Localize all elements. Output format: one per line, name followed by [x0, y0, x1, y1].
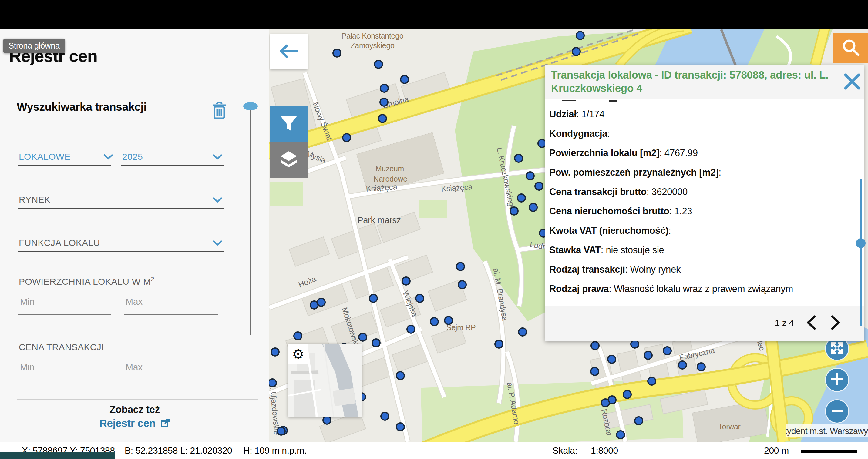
- panel-title: Transakcja lokalowa - ID transakcji: 578…: [551, 68, 833, 95]
- transaction-marker[interactable]: [374, 60, 383, 69]
- select-function[interactable]: FUNKCJA LOKALU: [19, 238, 100, 248]
- transaction-marker[interactable]: [406, 325, 415, 334]
- transaction-marker[interactable]: [529, 203, 538, 212]
- see-also-label: Zobacz też: [0, 404, 269, 415]
- transaction-marker[interactable]: [514, 154, 523, 163]
- transaction-marker[interactable]: [430, 317, 439, 326]
- select-year[interactable]: 2025: [122, 152, 143, 162]
- transaction-marker[interactable]: [517, 193, 526, 202]
- search-form-title: Wyszukiwarka transakcji: [17, 101, 147, 113]
- filter-button[interactable]: [270, 106, 308, 142]
- transaction-marker[interactable]: [509, 206, 519, 216]
- chevron-down-icon[interactable]: [212, 196, 223, 203]
- chevron-down-icon[interactable]: [212, 239, 223, 247]
- transaction-details-panel: Transakcja lokalowa - ID transakcji: 578…: [545, 65, 864, 341]
- layers-button[interactable]: [270, 142, 308, 178]
- transaction-marker[interactable]: [696, 362, 706, 371]
- panel-field-row: Rodzaj transakcji: Wolny rynek: [549, 264, 681, 275]
- panel-scrollbar-track[interactable]: [860, 179, 862, 326]
- map-label: Narodowe: [373, 175, 407, 184]
- transaction-marker[interactable]: [372, 338, 381, 348]
- transaction-marker[interactable]: [590, 341, 599, 350]
- transaction-marker[interactable]: [277, 427, 286, 436]
- transaction-marker[interactable]: [271, 348, 280, 357]
- transaction-marker[interactable]: [380, 412, 390, 421]
- transaction-marker[interactable]: [317, 298, 326, 307]
- transaction-marker[interactable]: [590, 367, 599, 376]
- transaction-marker[interactable]: [444, 316, 453, 325]
- sidebar-scrollbar-track[interactable]: [250, 106, 251, 335]
- chevron-down-icon[interactable]: [212, 153, 223, 160]
- transaction-marker[interactable]: [400, 75, 409, 84]
- panel-field-row: Cena nieruchomości brutto: 1.23: [549, 206, 692, 217]
- underline: [18, 380, 111, 380]
- transaction-marker[interactable]: [458, 280, 467, 289]
- transaction-marker[interactable]: [526, 171, 535, 181]
- chevron-left-icon[interactable]: [804, 315, 818, 330]
- panel-field-row: Pow. pomieszczeń przynależnych [m2]:: [549, 167, 721, 178]
- transaction-marker[interactable]: [634, 416, 643, 425]
- transaction-marker[interactable]: [644, 351, 653, 360]
- clipped-text-fragment: [609, 100, 617, 102]
- transaction-marker[interactable]: [396, 422, 405, 431]
- underline: [121, 165, 224, 166]
- zoom-in-button[interactable]: [825, 368, 849, 392]
- transaction-marker[interactable]: [402, 276, 411, 286]
- transaction-marker[interactable]: [456, 262, 465, 271]
- transaction-marker[interactable]: [415, 294, 424, 303]
- transaction-marker[interactable]: [494, 339, 503, 349]
- transaction-marker[interactable]: [623, 390, 632, 399]
- transaction-marker[interactable]: [293, 331, 302, 340]
- collapse-sidebar-button[interactable]: [270, 34, 308, 69]
- area-section-label: POWIERZCHNIA LOKALU W M2: [19, 276, 154, 287]
- panel-header: Transakcja lokalowa - ID transakcji: 578…: [545, 65, 864, 99]
- transaction-marker[interactable]: [534, 182, 544, 191]
- transaction-marker[interactable]: [616, 430, 625, 439]
- transaction-marker[interactable]: [322, 416, 332, 425]
- funnel-icon: [279, 114, 299, 134]
- transaction-marker[interactable]: [342, 133, 351, 142]
- underline: [18, 208, 224, 208]
- transaction-marker[interactable]: [601, 398, 610, 407]
- scale-label: Skala:: [553, 445, 578, 456]
- area-max-input[interactable]: Max: [126, 296, 143, 307]
- transaction-marker[interactable]: [576, 31, 585, 40]
- price-min-input[interactable]: Min: [20, 362, 34, 372]
- transaction-marker[interactable]: [380, 84, 389, 93]
- select-property-type[interactable]: LOKALOWE: [19, 152, 71, 162]
- transaction-marker[interactable]: [396, 371, 405, 380]
- select-market[interactable]: RYNEK: [19, 195, 50, 205]
- price-section-label: CENA TRANSAKCJI: [19, 342, 104, 352]
- scalebar: [801, 450, 857, 453]
- price-registry-link[interactable]: Rejestr cen: [0, 417, 269, 430]
- search-button[interactable]: [833, 33, 868, 63]
- minus-icon: [830, 403, 844, 419]
- external-link-icon: [161, 418, 170, 430]
- transaction-marker[interactable]: [378, 114, 387, 123]
- transaction-marker[interactable]: [358, 333, 367, 342]
- minimap-settings-button[interactable]: ⚙: [288, 344, 308, 364]
- map-label: Pałac Konstantego: [341, 32, 404, 40]
- scale-value[interactable]: 1:8000: [591, 445, 618, 456]
- sidebar-scrollbar-thumb[interactable]: [243, 102, 258, 110]
- price-max-input[interactable]: Max: [126, 362, 143, 372]
- transaction-marker[interactable]: [332, 48, 341, 58]
- close-icon[interactable]: [842, 72, 862, 91]
- area-min-input[interactable]: Min: [20, 296, 34, 307]
- chevron-right-icon[interactable]: [829, 315, 842, 330]
- transaction-marker[interactable]: [607, 355, 616, 364]
- panel-scrollbar-thumb[interactable]: [856, 238, 866, 248]
- transaction-marker[interactable]: [663, 346, 672, 355]
- chevron-down-icon[interactable]: [102, 153, 114, 160]
- transaction-marker[interactable]: [518, 327, 527, 336]
- transaction-marker[interactable]: [369, 294, 378, 303]
- transaction-marker[interactable]: [572, 47, 581, 56]
- transaction-marker[interactable]: [647, 376, 656, 386]
- zoom-out-button[interactable]: [825, 399, 849, 424]
- transaction-marker[interactable]: [379, 98, 389, 107]
- map-label: Muzeum: [375, 164, 404, 173]
- back-arrow-icon: [278, 43, 300, 60]
- panel-field-row: Kwota VAT (nieruchomość):: [549, 225, 671, 236]
- clear-filters-trash-icon[interactable]: [211, 102, 228, 120]
- transaction-marker[interactable]: [678, 360, 687, 369]
